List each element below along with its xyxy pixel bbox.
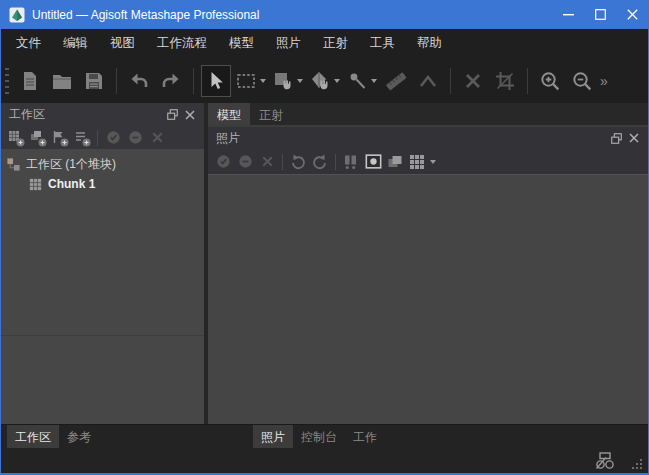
add-photos-button[interactable] [27,128,49,148]
crop-region-button[interactable] [490,65,520,97]
thumbnail-view-button[interactable] [406,152,428,172]
photos-toolbar-separator [335,154,336,170]
bottom-dock-tabbar: 工作区 参考 照片 控制台 工作 [1,424,648,448]
tab-reference[interactable]: 参考 [59,425,99,448]
open-project-button[interactable] [47,65,77,97]
rotate-object-tool-button[interactable] [307,65,333,97]
photos-close-button[interactable] [625,129,643,147]
tab-console[interactable]: 控制台 [293,425,345,448]
photos-toolbar [208,149,648,175]
menu-view[interactable]: 视图 [99,29,146,58]
rotate-left-button[interactable] [287,152,309,172]
tab-model[interactable]: 模型 [208,103,250,125]
workspace-root-label: 工作区 (1个堆块) [26,156,116,173]
select-tool-button[interactable] [201,65,231,97]
rotate-object-icon [309,70,331,92]
zoom-out-button[interactable] [567,65,597,97]
show-masks-button[interactable] [362,152,384,172]
tab-ortho[interactable]: 正射 [250,103,292,125]
main-toolbar: » [1,58,648,103]
toolbar-separator [116,68,117,94]
new-project-button[interactable] [15,65,45,97]
delete-x-icon [462,70,484,92]
tab-photos[interactable]: 照片 [253,425,293,448]
tab-workspace[interactable]: 工作区 [7,425,59,448]
angle-tool-button[interactable] [413,65,443,97]
main-area: 工作区 [1,103,648,424]
ruler-tool-button[interactable] [381,65,411,97]
add-marker-button[interactable] [49,128,71,148]
move-object-tool-button[interactable] [270,65,296,97]
toolbar-separator [450,68,451,94]
add-chunk-button[interactable] [5,128,27,148]
add-scalebar-button[interactable] [71,128,93,148]
workspace-panel: 工作区 [1,103,204,424]
menu-model[interactable]: 模型 [218,29,265,58]
disable-photo-button[interactable] [234,152,256,172]
resize-grip[interactable] [630,458,643,471]
menu-edit[interactable]: 编辑 [52,29,99,58]
tree-item-chunk[interactable]: Chunk 1 [1,174,204,194]
enable-photo-button[interactable] [212,152,234,172]
check-circle-icon [105,129,122,146]
float-panel-icon [166,108,179,121]
delete-button[interactable] [458,65,488,97]
move-object-dropdown-caret[interactable] [297,79,303,83]
network-status-icon[interactable] [594,451,616,470]
workspace-close-button[interactable] [181,106,199,124]
add-photos-icon [29,129,47,147]
metashape-window: Untitled — Agisoft Metashape Professiona… [0,0,649,475]
photos-panel-content[interactable] [208,175,648,424]
close-icon [627,9,638,20]
window-title: Untitled — Agisoft Metashape Professiona… [32,8,552,22]
workspace-node-icon [6,157,21,172]
ruler-icon [385,70,407,92]
point-tool-dropdown-caret[interactable] [371,79,377,83]
thumbnail-view-dropdown-caret[interactable] [430,160,436,164]
disable-item-button[interactable] [124,128,146,148]
toolbar-overflow-button[interactable]: » [600,73,608,89]
tree-item-workspace-root[interactable]: 工作区 (1个堆块) [1,154,204,174]
undo-icon [128,70,150,92]
document-area: 模型 正射 照片 [208,103,648,424]
menu-tools[interactable]: 工具 [359,29,406,58]
filter-photos-icon [342,153,360,171]
draw-point-icon [346,70,368,92]
menu-ortho[interactable]: 正射 [312,29,359,58]
save-project-button[interactable] [79,65,109,97]
rectangle-selection-tool-button[interactable] [233,65,259,97]
photos-panel-title: 照片 [216,130,607,147]
rotate-right-button[interactable] [309,152,331,172]
close-icon [184,109,196,121]
add-scalebar-icon [73,129,91,147]
rotate-object-dropdown-caret[interactable] [334,79,340,83]
enable-item-button[interactable] [102,128,124,148]
check-circle-icon [215,153,232,170]
rectangle-selection-dropdown-caret[interactable] [260,79,266,83]
point-tool-button[interactable] [344,65,370,97]
menu-file[interactable]: 文件 [5,29,52,58]
left-dock-tabs: 工作区 参考 [7,425,99,448]
minimize-button[interactable] [552,0,584,29]
undo-button[interactable] [124,65,154,97]
open-folder-icon [51,70,73,92]
close-button[interactable] [616,0,648,29]
tab-jobs[interactable]: 工作 [345,425,385,448]
workspace-float-button[interactable] [163,106,181,124]
remove-photo-button[interactable] [256,152,278,172]
remove-x-icon [149,129,166,146]
remove-x-icon [259,153,276,170]
photo-details-button[interactable] [384,152,406,172]
menu-photos[interactable]: 照片 [265,29,312,58]
menu-help[interactable]: 帮助 [406,29,453,58]
menu-workflow[interactable]: 工作流程 [146,29,218,58]
toolbar-drag-handle[interactable] [5,68,9,94]
photos-float-button[interactable] [607,129,625,147]
maximize-button[interactable] [584,0,616,29]
workspace-toolbar-separator [97,130,98,146]
zoom-in-button[interactable] [535,65,565,97]
redo-button[interactable] [156,65,186,97]
filter-photos-button[interactable] [340,152,362,172]
remove-item-button[interactable] [146,128,168,148]
chunk-icon [28,177,43,192]
